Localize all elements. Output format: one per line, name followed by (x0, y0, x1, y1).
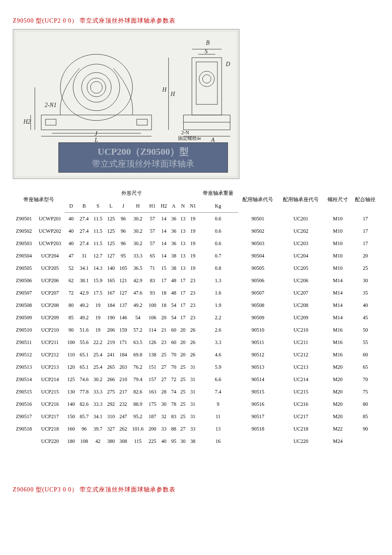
cell-D: 40 (65, 237, 77, 250)
cell-A: 60 (169, 336, 179, 349)
cell-hcode: UC216 (278, 398, 324, 410)
cell-J: 247 (117, 410, 130, 423)
cell-H: 33.3 (130, 250, 147, 262)
cell-hcode: UC203 (278, 237, 324, 250)
cell-Kg: 1.3 (198, 275, 238, 287)
cell-bcode (238, 435, 278, 448)
cell-c1: Z90515 (13, 386, 35, 398)
cell-bcode: 90511 (238, 336, 278, 349)
cell-H1: 57 (146, 237, 159, 250)
cell-H2: 14 (159, 213, 169, 225)
cell-hcode: UC213 (278, 361, 324, 373)
cell-shaft: 70 (352, 373, 379, 386)
cell-D: 120 (65, 361, 77, 373)
cell-H: 69.8 (130, 349, 147, 361)
cell-A: 70 (169, 349, 179, 361)
cell-shaft: 55 (352, 336, 379, 349)
cell-N: 30 (178, 435, 187, 448)
dim-label-2N: 2-N (182, 130, 190, 136)
table-row: Z90502UCWP2024027.411.51259630.257143613… (13, 225, 379, 237)
cell-shaft: 17 (352, 213, 379, 225)
cell-N1: 19 (187, 262, 198, 275)
cell-N: 25 (178, 361, 187, 373)
cell-A: 36 (169, 213, 179, 225)
cell-J: 105 (117, 262, 130, 275)
cell-J: 96 (117, 237, 130, 250)
cell-N: 13 (178, 213, 187, 225)
cell-A: 70 (169, 361, 179, 373)
cell-N1: 19 (187, 213, 198, 225)
cell-N1: 31 (187, 386, 198, 398)
cell-hcode: UC218 (278, 423, 324, 435)
cell-H: 30.2 (130, 237, 147, 250)
cell-shaft: 50 (352, 324, 379, 336)
dim-label-L: L (94, 137, 98, 143)
cell-bcode: 90509 (238, 312, 278, 324)
svg-rect-7 (137, 119, 147, 125)
cell-shaft: 85 (352, 410, 379, 423)
cell-H1: 138 (146, 349, 159, 361)
cell-B: 34.1 (77, 262, 91, 275)
cell-L: 275 (105, 386, 117, 398)
cell-S: 19 (91, 299, 105, 312)
dim-label-B: B (206, 40, 210, 46)
cell-c1: Z90509 (13, 312, 35, 324)
svg-point-11 (199, 71, 214, 87)
dim-label-H1: H (170, 91, 176, 97)
cell-D: 150 (65, 410, 77, 423)
cell-N1: 26 (187, 349, 198, 361)
dim-label-S: S (205, 48, 208, 55)
cell-H1: 57 (146, 213, 159, 225)
cell-H: 47.6 (130, 287, 147, 299)
cell-hcode: UC204 (278, 250, 324, 262)
cell-H1: 71 (146, 262, 159, 275)
cell-N: 25 (178, 410, 187, 423)
table-row: Z90512UCP21211065.125.424118469.81382570… (13, 349, 379, 361)
cell-J: 96 (117, 225, 130, 237)
cell-L: 241 (105, 349, 117, 361)
cell-S: 42 (91, 435, 105, 448)
cell-H: 95.2 (130, 410, 147, 423)
cell-B: 38.1 (77, 275, 91, 287)
section-title-top: Z90500 型(UCP2 0 0） 带立式座顶丝外球面球轴承参数表 (13, 17, 379, 25)
cell-H: 30.2 (130, 213, 147, 225)
cell-c1: Z90505 (13, 262, 35, 275)
cell-L: 125 (105, 237, 117, 250)
cell-bolt: M20 (324, 398, 352, 410)
cell-c2: UCP216 (35, 398, 65, 410)
cell-L: 167 (105, 287, 117, 299)
cell-A: 36 (169, 225, 179, 237)
cell-H2: 21 (159, 324, 169, 336)
cell-Kg: 6.6 (198, 373, 238, 386)
cell-N1: 19 (187, 250, 198, 262)
cell-H1: 65 (146, 250, 159, 262)
nameplate-line2: 带立式座顶丝外球面球轴承 (61, 158, 225, 170)
cell-H1: 106 (146, 312, 159, 324)
th-bolt: 螺栓尺寸 (324, 187, 352, 213)
th-D: D (65, 200, 77, 213)
cell-A: 48 (169, 287, 179, 299)
cell-S: 25.4 (91, 349, 105, 361)
cell-c2: UCP220 (35, 435, 65, 448)
cell-Kg: 0.6 (198, 213, 238, 225)
cell-B: 31 (77, 250, 91, 262)
cell-H1: 100 (146, 299, 159, 312)
cell-c2: UCP207 (35, 287, 65, 299)
th-Hh: H (130, 200, 147, 213)
svg-rect-0 (41, 115, 152, 130)
th-J: J (117, 200, 130, 213)
th-housing-code: 配用轴承座代号 (278, 187, 324, 213)
section-title-bottom: Z90600 型(UCP3 0 0） 带立式座顶丝外球面球轴承参数表 (13, 486, 379, 494)
cell-A: 78 (169, 398, 179, 410)
cell-hcode: UC206 (278, 275, 324, 287)
cell-H: 76.2 (130, 361, 147, 373)
cell-bolt: M14 (324, 299, 352, 312)
cell-A: 38 (169, 250, 179, 262)
cell-Kg: 2.6 (198, 324, 238, 336)
cell-c2: UCP208 (35, 299, 65, 312)
cell-B: 74.6 (77, 373, 91, 386)
cell-bcode: 90508 (238, 299, 278, 312)
cell-J: 121 (117, 275, 130, 287)
cell-L: 125 (105, 213, 117, 225)
cell-c2: UCP211 (35, 336, 65, 349)
